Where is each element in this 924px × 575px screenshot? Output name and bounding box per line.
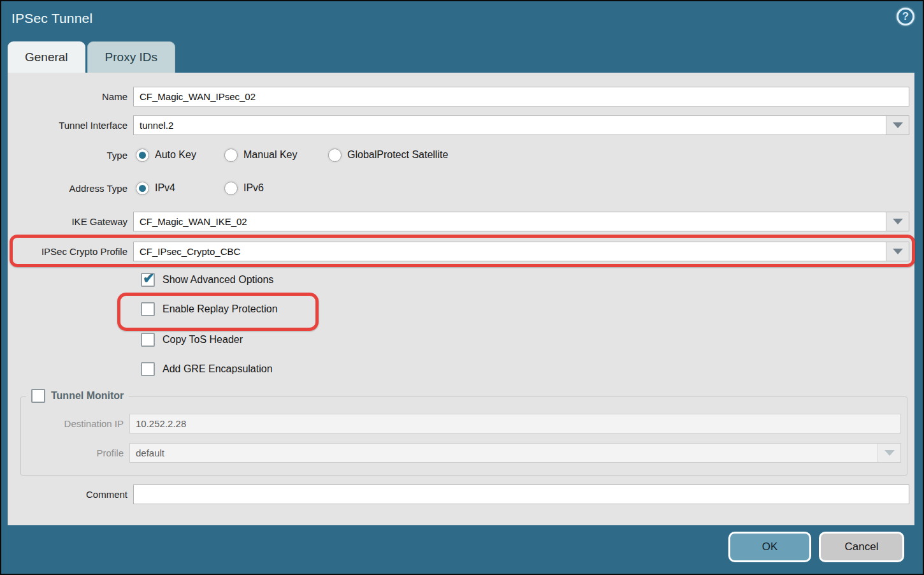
ok-button[interactable]: OK [728, 532, 811, 562]
chevron-down-icon[interactable] [886, 242, 909, 261]
destination-ip-input: 10.252.2.28 [129, 414, 901, 433]
help-icon[interactable]: ? [897, 8, 914, 25]
comment-label: Comment [8, 489, 133, 500]
comment-row: Comment [8, 484, 909, 504]
radio-ipv6[interactable]: IPv6 [224, 182, 264, 195]
ipsec-crypto-profile-value: CF_IPsec_Crypto_CBC [134, 242, 886, 261]
show-advanced-options-checkbox[interactable] [141, 273, 155, 287]
chevron-down-icon[interactable] [886, 212, 909, 231]
ike-gateway-value: CF_Magic_WAN_IKE_02 [134, 212, 886, 231]
radio-auto-key[interactable]: Auto Key [136, 149, 224, 162]
tunnel-interface-value: tunnel.2 [134, 116, 886, 135]
radio-ipv4-label: IPv4 [155, 182, 175, 194]
ipsec-crypto-profile-select[interactable]: CF_IPsec_Crypto_CBC [133, 242, 909, 261]
name-label: Name [8, 91, 133, 102]
address-type-label: Address Type [8, 183, 133, 194]
radio-manual-key-label: Manual Key [243, 149, 298, 161]
radio-auto-key-label: Auto Key [155, 149, 196, 161]
enable-replay-protection-row[interactable]: Enable Replay Protection [141, 302, 278, 316]
tunnel-interface-row: Tunnel Interface tunnel.2 [8, 115, 909, 135]
tunnel-monitor-checkbox[interactable] [31, 389, 45, 403]
radio-globalprotect-satellite-control[interactable] [328, 149, 342, 162]
enable-replay-protection-label: Enable Replay Protection [162, 303, 278, 315]
enable-replay-protection-checkbox[interactable] [141, 302, 155, 316]
tunnel-monitor-group: Tunnel Monitor Destination IP 10.252.2.2… [20, 397, 907, 476]
radio-globalprotect-satellite[interactable]: GlobalProtect Satellite [328, 149, 448, 162]
tab-general[interactable]: General [8, 41, 85, 73]
add-gre-encapsulation-label: Add GRE Encapsulation [162, 363, 273, 375]
add-gre-encapsulation-checkbox[interactable] [141, 362, 155, 376]
radio-globalprotect-satellite-label: GlobalProtect Satellite [347, 149, 448, 161]
radio-manual-key-control[interactable] [224, 149, 238, 162]
tab-proxy-ids-label: Proxy IDs [105, 50, 157, 64]
address-type-row: Address Type IPv4 IPv6 [8, 180, 909, 196]
cancel-button[interactable]: Cancel [819, 532, 904, 562]
type-label: Type [8, 150, 133, 161]
copy-tos-header-label: Copy ToS Header [162, 334, 243, 346]
profile-select: default [129, 443, 901, 463]
copy-tos-header-checkbox[interactable] [141, 333, 155, 347]
radio-auto-key-control[interactable] [136, 149, 149, 162]
tunnel-interface-label: Tunnel Interface [8, 120, 133, 131]
chevron-down-icon[interactable] [886, 116, 909, 135]
destination-ip-label: Destination IP [27, 418, 129, 429]
radio-ipv4-control[interactable] [136, 182, 149, 195]
radio-ipv6-control[interactable] [224, 182, 238, 195]
radio-manual-key[interactable]: Manual Key [224, 149, 328, 162]
profile-label: Profile [27, 448, 129, 458]
chevron-down-icon [877, 444, 900, 462]
name-input[interactable]: CF_Magic_WAN_IPsec_02 [133, 87, 909, 106]
tunnel-monitor-legend[interactable]: Tunnel Monitor [26, 389, 129, 403]
name-row: Name CF_Magic_WAN_IPsec_02 [8, 87, 909, 106]
radio-ipv6-label: IPv6 [243, 182, 264, 194]
show-advanced-options-row[interactable]: Show Advanced Options [141, 273, 273, 287]
profile-row: Profile default [27, 443, 901, 463]
show-advanced-options-label: Show Advanced Options [162, 274, 273, 286]
help-glyph: ? [902, 10, 909, 23]
ipsec-crypto-profile-row: IPSec Crypto Profile CF_IPsec_Crypto_CBC [8, 242, 909, 261]
radio-ipv4[interactable]: IPv4 [136, 182, 224, 195]
copy-tos-header-row[interactable]: Copy ToS Header [141, 333, 243, 347]
general-tab-panel: Name CF_Magic_WAN_IPsec_02 Tunnel Interf… [8, 73, 914, 525]
ike-gateway-label: IKE Gateway [8, 216, 133, 227]
address-type-radio-group: IPv4 IPv6 [133, 182, 264, 195]
tab-proxy-ids[interactable]: Proxy IDs [87, 41, 175, 73]
ipsec-crypto-profile-label: IPSec Crypto Profile [8, 246, 133, 257]
tunnel-monitor-label: Tunnel Monitor [51, 390, 124, 402]
tab-general-label: General [25, 50, 68, 64]
add-gre-encapsulation-row[interactable]: Add GRE Encapsulation [141, 362, 273, 376]
dialog-title: IPSec Tunnel [11, 11, 92, 26]
profile-value: default [130, 444, 877, 462]
tab-bar: General Proxy IDs [8, 41, 175, 73]
type-radio-group: Auto Key Manual Key GlobalProtect Satell… [133, 149, 448, 162]
destination-ip-row: Destination IP 10.252.2.28 [27, 414, 901, 433]
tunnel-interface-select[interactable]: tunnel.2 [133, 115, 909, 135]
ipsec-tunnel-dialog: IPSec Tunnel ? General Proxy IDs Name CF… [0, 0, 924, 575]
comment-input[interactable] [133, 484, 909, 504]
type-row: Type Auto Key Manual Key GlobalProtect S… [8, 147, 909, 163]
ike-gateway-row: IKE Gateway CF_Magic_WAN_IKE_02 [8, 212, 909, 231]
ike-gateway-select[interactable]: CF_Magic_WAN_IKE_02 [133, 212, 909, 231]
